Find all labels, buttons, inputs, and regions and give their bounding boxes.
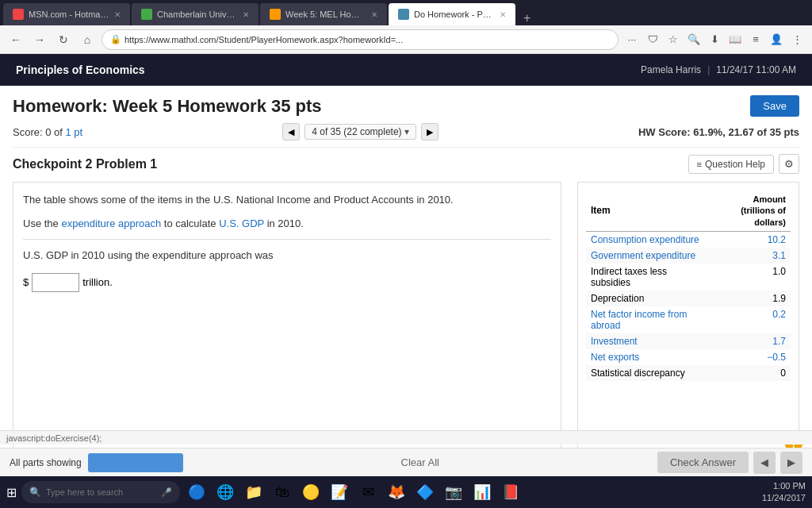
- table-cell-item: Net factor income from abroad: [586, 306, 710, 333]
- answer-input[interactable]: [32, 273, 79, 292]
- site-header: Principles of Economics Pamela Harris | …: [0, 54, 812, 86]
- table-row: Depreciation1.9: [586, 291, 791, 306]
- check-answer-button[interactable]: Check Answer: [657, 452, 749, 473]
- tab-favicon-chamberlain: [141, 9, 152, 20]
- table-cell-value: 1.7: [710, 333, 791, 349]
- hw-score-label: HW Score:: [638, 126, 691, 138]
- table-cell-value: 0: [710, 365, 791, 381]
- lock-icon: 🔒: [110, 34, 121, 44]
- table-cell-item: Consumption expenditure: [586, 231, 710, 248]
- prev-page-button[interactable]: ◀: [282, 123, 300, 140]
- taskbar: ⊞ 🔍 🎤 🔵 🌐 📁 🛍 🟡 📝 ✉ 🦊 🔷 📷 📊 📕 1:00 PM 11…: [0, 476, 812, 477]
- address-bar[interactable]: 🔒 https://www.mathxl.com/Student/PlayerH…: [102, 29, 619, 50]
- action-bar: All parts showing Clear All Check Answer…: [0, 448, 812, 476]
- download-icon[interactable]: ⬇: [706, 31, 723, 48]
- nav-bar: ← → ↻ ⌂ 🔒 https://www.mathxl.com/Student…: [0, 25, 812, 54]
- search-icon[interactable]: 🔍: [685, 31, 703, 48]
- site-datetime: 11/24/17 11:00 AM: [716, 64, 796, 75]
- page-header: Homework: Week 5 Homework 35 pts Save: [13, 95, 799, 117]
- table-header-item: Item: [586, 190, 710, 231]
- save-button[interactable]: Save: [750, 95, 799, 117]
- table-row: Indirect taxes less subsidies1.0: [586, 264, 791, 291]
- tab-favicon-mel: [270, 9, 281, 20]
- problem-text-3: U.S. GDP in 2010 using the expenditure a…: [23, 248, 551, 264]
- score-pts-link[interactable]: 1 pt: [66, 126, 83, 138]
- status-text: javascript:doExercise(4);: [6, 433, 102, 443]
- tab-msn[interactable]: MSN.com - Hotmail, Outlook... ✕: [3, 3, 130, 25]
- tab-label-msn: MSN.com - Hotmail, Outlook...: [29, 10, 109, 19]
- star-icon[interactable]: ☆: [665, 31, 682, 48]
- tab-mel[interactable]: Week 5: MEL Homework ✕: [260, 3, 387, 25]
- tab-close-chamberlain[interactable]: ✕: [243, 10, 249, 19]
- back-button[interactable]: ←: [6, 30, 25, 49]
- more-icon[interactable]: ···: [623, 31, 641, 48]
- clear-all-button[interactable]: Clear All: [395, 453, 446, 471]
- site-title: Principles of Economics: [16, 64, 145, 76]
- tab-favicon-dohomework: [398, 9, 409, 20]
- address-text: https://www.mathxl.com/Student/PlayerHom…: [124, 35, 610, 44]
- table-row: Net factor income from abroad0.2: [586, 306, 791, 333]
- tab-chamberlain[interactable]: Chamberlain University ✕: [132, 3, 259, 25]
- action-bar-center: Clear All: [395, 453, 446, 471]
- tab-favicon-msn: [13, 9, 24, 20]
- answer-area: $ trillion.: [23, 273, 551, 292]
- table-cell-item: Depreciation: [586, 291, 710, 306]
- table-cell-item: Net exports: [586, 349, 710, 365]
- score-label: Score: 0 of 1 pt: [13, 126, 82, 138]
- highlight-text: expenditure approach: [61, 217, 161, 229]
- refresh-button[interactable]: ↻: [54, 30, 73, 49]
- trillion-label: trillion.: [82, 276, 113, 288]
- table-row: Investment1.7: [586, 333, 791, 349]
- tab-label-dohomework: Do Homework - Pamela Harris: [414, 10, 495, 19]
- dropdown-icon[interactable]: ▾: [404, 126, 409, 137]
- tab-bar: MSN.com - Hotmail, Outlook... ✕ Chamberl…: [0, 0, 812, 25]
- bottom-status: javascript:doExercise(4);: [0, 430, 812, 444]
- menu-icon[interactable]: ⋮: [788, 31, 806, 48]
- person-icon[interactable]: 👤: [768, 31, 785, 48]
- list-icon: ≡: [697, 160, 702, 169]
- table-cell-value: 1.9: [710, 291, 791, 306]
- nav-pager: ◀ 4 of 35 (22 complete) ▾ ▶: [282, 123, 439, 140]
- score-nav: Score: 0 of 1 pt ◀ 4 of 35 (22 complete)…: [13, 123, 799, 148]
- parts-button[interactable]: [88, 453, 183, 472]
- table-cell-value: 10.2: [710, 231, 791, 248]
- nav-actions: ··· 🛡 ☆ 🔍 ⬇ 📖 ≡ 👤 ⋮: [623, 31, 806, 48]
- table-row: Consumption expenditure10.2: [586, 231, 791, 248]
- problem-area: The table shows some of the items in the…: [13, 182, 799, 452]
- hw-score-area: HW Score: 61.9%, 21.67 of 35 pts: [638, 126, 799, 138]
- score-value: 0 of: [45, 126, 63, 138]
- tab-close-msn[interactable]: ✕: [114, 10, 121, 19]
- settings-button[interactable]: ⚙: [779, 154, 799, 174]
- table-cell-item: Statistical discrepancy: [586, 365, 710, 381]
- tab-dohomework[interactable]: Do Homework - Pamela Harris ✕: [389, 3, 515, 25]
- hub-icon[interactable]: ≡: [747, 31, 764, 48]
- problem-text-1: The table shows some of the items in the…: [23, 192, 551, 208]
- tab-close-dohomework[interactable]: ✕: [500, 10, 506, 19]
- user-name: Pamela Harris: [641, 64, 701, 75]
- next-page-button[interactable]: ▶: [421, 123, 439, 140]
- problem-title: Checkpoint 2 Problem 1: [13, 157, 157, 171]
- next-answer-button[interactable]: ▶: [780, 452, 802, 474]
- forward-button[interactable]: →: [30, 30, 49, 49]
- table-row: Statistical discrepancy0: [586, 365, 791, 381]
- prev-answer-button[interactable]: ◀: [753, 452, 776, 474]
- parts-text: All parts showing: [10, 457, 82, 468]
- tab-close-mel[interactable]: ✕: [371, 10, 377, 19]
- table-row: Net exports−0.5: [586, 349, 791, 365]
- new-tab-button[interactable]: +: [517, 11, 537, 25]
- table-cell-item: Investment: [586, 333, 710, 349]
- highlight-gdp: U.S. GDP: [219, 217, 264, 229]
- table-cell-value: 0.2: [710, 306, 791, 333]
- dollar-sign: $: [23, 276, 29, 288]
- question-help-button[interactable]: ≡ Question Help: [688, 155, 774, 174]
- table-cell-value: 1.0: [710, 264, 791, 291]
- table-header-amount: Amount (trillions of dollars): [710, 190, 791, 231]
- table-cell-item: Government expenditure: [586, 248, 710, 264]
- data-table: Item Amount (trillions of dollars) Consu…: [586, 190, 791, 381]
- reader-icon[interactable]: 📖: [726, 31, 744, 48]
- home-button[interactable]: ⌂: [78, 30, 97, 49]
- page-content: Homework: Week 5 Homework 35 pts Save Sc…: [0, 86, 812, 452]
- table-cell-item: Indirect taxes less subsidies: [586, 264, 710, 291]
- site-user-area: Pamela Harris | 11/24/17 11:00 AM: [641, 64, 796, 75]
- shield-icon[interactable]: 🛡: [644, 31, 661, 48]
